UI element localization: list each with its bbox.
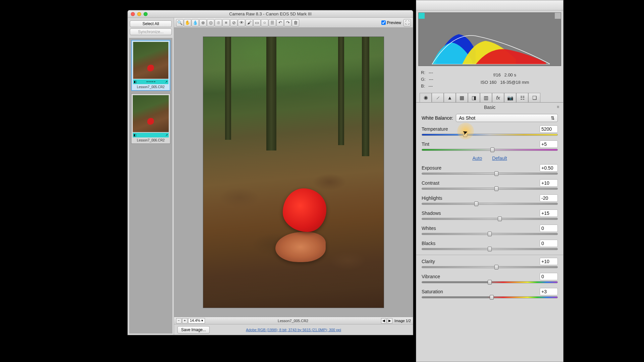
preview-checkbox-input[interactable]: [381, 20, 386, 25]
exposure-slider[interactable]: [422, 173, 558, 175]
thumbnail-rating[interactable]: ◧• • • • •↗: [133, 79, 168, 84]
image-viewport[interactable]: [174, 28, 413, 317]
white-balance-select[interactable]: As Shot⇅: [456, 114, 558, 122]
vibrance-slider[interactable]: [422, 281, 558, 283]
saturation-label: Saturation: [422, 289, 443, 294]
prev-image-button[interactable]: ◀: [381, 318, 386, 323]
footer-bar: Save Image... Adobe RGB (1998); 8 bit; 3…: [174, 324, 413, 335]
radial-filter-icon[interactable]: ○: [261, 19, 268, 26]
exposure-thumb[interactable]: [494, 171, 498, 176]
exposure-input[interactable]: [540, 164, 558, 172]
contrast-input[interactable]: [540, 179, 558, 187]
zoom-icon[interactable]: [144, 12, 148, 16]
contrast-slider-row: Contrast: [422, 179, 558, 190]
whites-input[interactable]: [540, 225, 558, 232]
tab-presets-icon[interactable]: ☷: [516, 93, 528, 102]
vibrance-input[interactable]: [540, 273, 558, 280]
select-all-button[interactable]: Select All: [130, 20, 172, 27]
blacks-slider-row: Blacks: [422, 240, 558, 250]
graduated-filter-icon[interactable]: ▭: [253, 19, 261, 26]
highlight-clip-warning-icon[interactable]: [555, 13, 561, 19]
workflow-options-link[interactable]: Adobe RGB (1998); 8 bit; 3743 by 5615 (2…: [246, 328, 341, 332]
crop-tool-icon[interactable]: ⟃: [215, 19, 222, 26]
contrast-label: Contrast: [422, 180, 439, 186]
thumbnail-image: [133, 95, 169, 132]
tab-split-toning-icon[interactable]: ◨: [468, 93, 480, 102]
minimize-icon[interactable]: [137, 12, 141, 16]
highlights-input[interactable]: [540, 194, 558, 202]
blacks-slider[interactable]: [422, 248, 558, 250]
straighten-tool-icon[interactable]: ≡: [222, 19, 230, 26]
tint-label: Tint: [422, 141, 429, 147]
adjustment-brush-icon[interactable]: 🖌: [246, 19, 253, 26]
panel-menu-icon[interactable]: ≡: [557, 105, 559, 109]
zoom-level-select[interactable]: 14.4% ▾: [188, 318, 205, 323]
zoom-in-button[interactable]: +: [182, 318, 187, 323]
saturation-input[interactable]: [540, 288, 558, 295]
close-icon[interactable]: [131, 12, 135, 16]
whites-thumb[interactable]: [488, 232, 492, 236]
thumbnail-item[interactable]: ◧↗ Lesson7_006.CR2: [131, 94, 170, 144]
next-image-button[interactable]: ▶: [387, 318, 392, 323]
preview-checkbox[interactable]: Preview: [381, 20, 401, 25]
tab-detail-icon[interactable]: ▲: [444, 93, 456, 102]
temperature-thumb[interactable]: [463, 132, 467, 137]
blacks-thumb[interactable]: [488, 247, 492, 251]
red-eye-tool-icon[interactable]: 👁: [238, 19, 245, 26]
tab-hsl-icon[interactable]: ▦: [456, 93, 468, 102]
highlights-thumb[interactable]: [474, 201, 478, 206]
tab-snapshots-icon[interactable]: ❏: [528, 93, 540, 102]
shadows-slider-row: Shadows: [422, 209, 558, 220]
vibrance-thumb[interactable]: [488, 280, 492, 285]
auto-link[interactable]: Auto: [472, 156, 482, 161]
highlights-label: Highlights: [422, 195, 442, 201]
clarity-input[interactable]: [540, 258, 558, 265]
spot-removal-icon[interactable]: ⊘: [230, 19, 237, 26]
thumbnail-list: ◧• • • • •↗ Lesson7_005.CR2 ◧↗ Lesson7_0…: [129, 38, 172, 334]
highlights-slider[interactable]: [422, 203, 558, 205]
tint-input[interactable]: [540, 140, 558, 148]
zoom-out-button[interactable]: −: [176, 318, 181, 323]
info-readout: R:--- G:--- B:--- f/16 2.00 s ISO 160 16…: [416, 68, 563, 91]
rotate-ccw-icon[interactable]: ↶: [276, 19, 284, 26]
panel-tabs: ◉ ⟋ ▲ ▦ ◨ ▥ fx 📷 ☷ ❏: [416, 91, 563, 103]
shadow-clip-warning-icon[interactable]: [419, 13, 425, 19]
save-image-button[interactable]: Save Image...: [177, 326, 210, 334]
tab-tone-curve-icon[interactable]: ⟋: [432, 93, 444, 102]
tint-slider[interactable]: [422, 149, 558, 151]
saturation-slider[interactable]: [422, 296, 558, 298]
temperature-input[interactable]: [540, 125, 558, 133]
temperature-slider[interactable]: [422, 134, 558, 136]
tab-lens-corrections-icon[interactable]: ▥: [480, 93, 492, 102]
tab-basic-icon[interactable]: ◉: [420, 93, 432, 102]
histogram[interactable]: [418, 12, 561, 66]
shadows-slider[interactable]: [422, 218, 558, 220]
trash-icon[interactable]: 🗑: [292, 19, 299, 26]
contrast-thumb[interactable]: [494, 186, 498, 191]
tab-effects-icon[interactable]: fx: [492, 93, 504, 102]
shadows-thumb[interactable]: [498, 217, 502, 221]
zoom-tool-icon[interactable]: 🔍: [176, 19, 183, 26]
blacks-input[interactable]: [540, 240, 558, 247]
saturation-thumb[interactable]: [490, 295, 494, 300]
clarity-thumb[interactable]: [494, 265, 498, 269]
hand-tool-icon[interactable]: ✋: [184, 19, 191, 26]
tab-camera-calibration-icon[interactable]: 📷: [504, 93, 516, 102]
default-link[interactable]: Default: [492, 156, 507, 161]
whites-slider[interactable]: [422, 233, 558, 235]
preferences-icon[interactable]: ☰: [269, 19, 276, 26]
thumbnail-item[interactable]: ◧• • • • •↗ Lesson7_005.CR2: [131, 40, 170, 91]
thumbnail-rating[interactable]: ◧↗: [133, 133, 169, 137]
color-sampler-tool-icon[interactable]: ⊕: [199, 19, 207, 26]
rgb-readout: R:--- G:--- B:---: [421, 69, 451, 89]
fullscreen-toggle-icon[interactable]: ⛶: [404, 19, 411, 26]
current-filename: Lesson7_005.CR2: [207, 319, 379, 323]
contrast-slider[interactable]: [422, 188, 558, 190]
shadows-input[interactable]: [540, 209, 558, 217]
targeted-adjustment-icon[interactable]: ◎: [207, 19, 214, 26]
tint-thumb[interactable]: [490, 147, 494, 152]
clarity-slider[interactable]: [422, 266, 558, 268]
rotate-cw-icon[interactable]: ↷: [284, 19, 291, 26]
white-balance-tool-icon[interactable]: 💧: [192, 19, 199, 26]
synchronize-button[interactable]: Synchronize...: [130, 28, 172, 35]
